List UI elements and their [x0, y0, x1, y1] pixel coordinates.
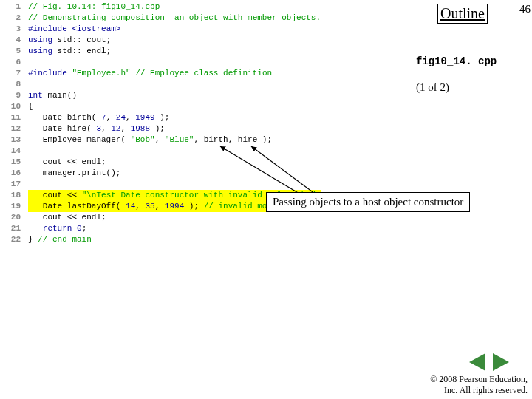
next-button[interactable] [493, 353, 509, 371]
line-number: 20 [7, 212, 28, 223]
code-line: 9int main() [7, 90, 421, 101]
code-content: #include <iostream> [28, 24, 120, 35]
code-content: int main() [28, 90, 77, 101]
line-number: 15 [7, 157, 28, 168]
line-number: 19 [7, 201, 28, 212]
code-line: 21 return 0; [7, 223, 421, 234]
line-number: 5 [7, 46, 28, 57]
line-number: 6 [7, 57, 28, 68]
line-number: 17 [7, 179, 28, 190]
code-line: 17 [7, 179, 421, 190]
code-content: // Demonstrating composition--an object … [28, 13, 321, 24]
code-content: using std:: endl; [28, 46, 111, 57]
code-content: using std:: cout; [28, 35, 111, 46]
line-number: 16 [7, 168, 28, 179]
code-content [28, 146, 33, 157]
code-line: 12 Date hire( 3, 12, 1988 ); [7, 123, 421, 134]
code-content: } // end main [28, 234, 92, 245]
code-line: 4using std:: cout; [7, 35, 421, 46]
line-number: 7 [7, 68, 28, 79]
line-number: 1 [7, 1, 28, 13]
code-content: { [28, 101, 33, 112]
page-number: 46 [519, 3, 531, 16]
code-content [28, 179, 33, 190]
prev-button[interactable] [469, 353, 485, 371]
page-of-count: (1 of 2) [416, 81, 449, 94]
code-content: cout << endl; [28, 157, 106, 168]
slide: 1// Fig. 10.14: fig10_14.cpp2// Demonstr… [0, 0, 532, 399]
code-content: // Fig. 10.14: fig10_14.cpp [28, 1, 160, 13]
code-line: 11 Date birth( 7, 24, 1949 ); [7, 112, 421, 123]
source-filename: fig10_14. cpp [416, 55, 497, 67]
copyright-text: © 2008 Pearson Education,Inc. All rights… [430, 374, 528, 396]
code-line: 5using std:: endl; [7, 46, 421, 57]
line-number: 18 [7, 190, 28, 201]
code-content: Date hire( 3, 12, 1988 ); [28, 123, 165, 134]
code-line: 22} // end main [7, 234, 421, 245]
line-number: 2 [7, 13, 28, 24]
code-content: manager.print(); [28, 168, 120, 179]
line-number: 3 [7, 24, 28, 35]
nav-controls [467, 353, 511, 374]
code-content [28, 57, 33, 68]
code-line: 15 cout << endl; [7, 157, 421, 168]
code-line: 20 cout << endl; [7, 212, 421, 223]
line-number: 22 [7, 234, 28, 245]
code-line: 7#include "Employee.h" // Employee class… [7, 68, 421, 79]
line-number: 13 [7, 134, 28, 146]
line-number: 21 [7, 223, 28, 234]
callout-box: Passing objects to a host object constru… [266, 192, 470, 212]
code-content: cout << endl; [28, 212, 106, 223]
code-line: 6 [7, 57, 421, 68]
code-line: 8 [7, 79, 421, 90]
line-number: 11 [7, 112, 28, 123]
outline-box: Outline [437, 4, 488, 24]
code-line: 13 Employee manager( "Bob", "Blue", birt… [7, 134, 421, 146]
line-number: 8 [7, 79, 28, 90]
code-line: 10{ [7, 101, 421, 112]
code-line: 3#include <iostream> [7, 24, 421, 35]
line-number: 12 [7, 123, 28, 134]
code-line: 1// Fig. 10.14: fig10_14.cpp [7, 1, 421, 13]
line-number: 10 [7, 101, 28, 112]
code-line: 2// Demonstrating composition--an object… [7, 13, 421, 24]
code-content: Date birth( 7, 24, 1949 ); [28, 112, 169, 123]
code-content: #include "Employee.h" // Employee class … [28, 68, 272, 79]
code-content: return 0; [28, 223, 86, 234]
line-number: 4 [7, 35, 28, 46]
line-number: 14 [7, 146, 28, 157]
line-number: 9 [7, 90, 28, 101]
code-content: Employee manager( "Bob", "Blue", birth, … [28, 134, 272, 146]
code-line: 16 manager.print(); [7, 168, 421, 179]
code-line: 14 [7, 146, 421, 157]
code-content [28, 79, 33, 90]
